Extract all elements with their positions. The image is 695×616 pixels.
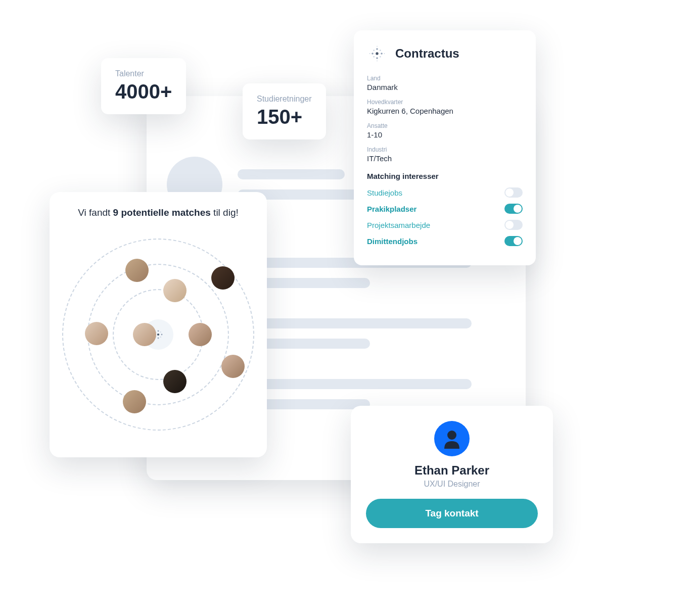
field-value: 1-10 [367, 130, 523, 139]
toggle-dimittendjobs[interactable] [504, 236, 523, 246]
skeleton-line [238, 169, 345, 179]
field-label: Land [367, 75, 523, 82]
svg-point-15 [158, 338, 159, 339]
svg-point-3 [372, 53, 374, 55]
svg-point-19 [160, 331, 161, 333]
stat-value: 150+ [257, 106, 312, 128]
avatar [123, 390, 146, 413]
interest-label: Prakikpladser [367, 205, 416, 213]
profile-avatar [434, 421, 470, 456]
company-name: Contractus [395, 46, 459, 61]
profile-name: Ethan Parker [414, 463, 489, 478]
svg-point-11 [369, 53, 370, 54]
avatar [163, 370, 187, 393]
svg-point-0 [376, 52, 378, 55]
svg-point-14 [158, 330, 159, 332]
field-value: Danmark [367, 83, 523, 91]
interest-row-prakikpladser: Prakikpladser [367, 204, 523, 214]
svg-point-22 [447, 431, 456, 440]
field-label: Hovedkvarter [367, 99, 523, 106]
interest-row-studiejobs: Studiejobs [367, 187, 523, 198]
profile-role: UX/UI Designer [424, 480, 480, 489]
svg-point-10 [377, 61, 378, 62]
svg-point-4 [381, 53, 383, 55]
profile-card: Ethan Parker UX/UI Designer Tag kontakt [351, 406, 553, 543]
avatar [189, 323, 212, 346]
field-value: Kigkurren 6, Copenhagen [367, 107, 523, 115]
svg-point-9 [377, 46, 378, 47]
avatar [211, 266, 235, 290]
company-logo-icon [367, 43, 387, 64]
interest-row-dimittendjobs: Dimittendjobs [367, 236, 523, 246]
toggle-projektsamarbejde[interactable] [504, 220, 523, 230]
matches-title: Vi fandt 9 potentielle matches til dig! [65, 207, 252, 218]
company-field-industri: Industri IT/Tech [367, 146, 523, 163]
svg-point-8 [380, 56, 381, 58]
interest-label: Dimittendjobs [367, 237, 418, 246]
field-label: Industri [367, 146, 523, 153]
svg-point-2 [376, 57, 378, 59]
svg-point-17 [161, 334, 163, 336]
company-field-land: Land Danmark [367, 75, 523, 91]
svg-point-13 [157, 334, 159, 336]
orbit-diagram [65, 228, 252, 441]
toggle-studiejobs[interactable] [504, 187, 523, 198]
stat-card-studieretninger: Studieretninger 150+ [243, 83, 326, 139]
toggle-prakikpladser[interactable] [504, 204, 523, 214]
stat-value: 4000+ [115, 80, 172, 103]
company-field-hovedkvarter: Hovedkvarter Kigkurren 6, Copenhagen [367, 99, 523, 115]
field-value: IT/Tech [367, 154, 523, 163]
interest-label: Projektsamarbejde [367, 221, 430, 229]
contact-button[interactable]: Tag kontakt [366, 499, 538, 528]
svg-point-21 [160, 337, 161, 338]
avatar [163, 279, 187, 302]
company-field-ansatte: Ansatte 1-10 [367, 122, 523, 139]
stat-card-talenter: Talenter 4000+ [101, 58, 186, 114]
svg-point-12 [384, 53, 385, 54]
interest-label: Studiejobs [367, 188, 402, 197]
stat-label: Studieretninger [257, 94, 312, 104]
svg-point-6 [380, 50, 381, 51]
company-card: Contractus Land Danmark Hovedkvarter Kig… [354, 30, 536, 265]
matches-card: Vi fandt 9 potentielle matches til dig! [50, 192, 267, 457]
svg-point-1 [376, 48, 378, 50]
stat-label: Talenter [115, 69, 172, 78]
svg-point-5 [373, 50, 375, 51]
interest-row-projektsamarbejde: Projektsamarbejde [367, 220, 523, 230]
interests-title: Matching interesser [367, 172, 523, 180]
avatar [125, 259, 149, 282]
avatar [221, 355, 245, 378]
field-label: Ansatte [367, 122, 523, 129]
svg-point-7 [373, 56, 375, 58]
avatar [133, 323, 156, 346]
avatar [85, 322, 108, 345]
